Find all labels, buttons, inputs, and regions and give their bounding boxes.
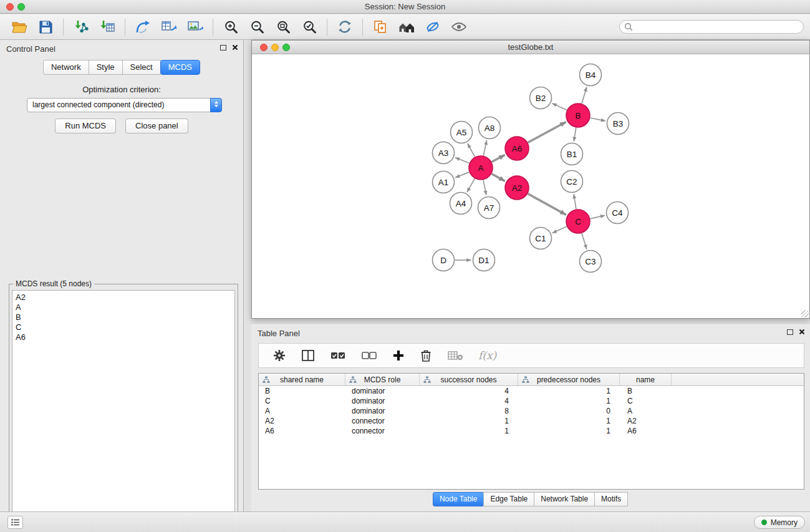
graph-edge-C-C2[interactable] — [574, 194, 576, 209]
cell-shared-name[interactable]: A6 — [259, 426, 345, 436]
cell-mcds-role[interactable]: dominator — [345, 396, 420, 406]
graph-node-A4[interactable]: A4 — [450, 193, 472, 215]
graph-node-C3[interactable]: C3 — [580, 251, 602, 273]
result-item[interactable]: A — [16, 302, 231, 312]
zoom-out-button[interactable] — [244, 16, 270, 37]
show-hide-panel-button[interactable] — [446, 16, 472, 37]
result-item[interactable]: A6 — [16, 332, 231, 342]
close-window-button[interactable] — [6, 3, 14, 11]
graph-node-B1[interactable]: B1 — [561, 143, 583, 165]
select-all-columns-button[interactable] — [330, 350, 346, 361]
cell-mcds-role[interactable]: connector — [345, 416, 420, 426]
cell-predecessor-nodes[interactable]: 0 — [518, 406, 620, 416]
graph-node-A6[interactable]: A6 — [505, 137, 529, 160]
graph-node-D1[interactable]: D1 — [473, 249, 495, 271]
import-network-from-file-button[interactable] — [68, 16, 94, 37]
graph-edge-A2-C[interactable] — [528, 194, 566, 215]
graph-node-C4[interactable]: C4 — [607, 202, 629, 224]
table-row[interactable]: B dominator 4 1 B — [259, 386, 804, 396]
graphics-details-button[interactable] — [420, 16, 446, 37]
graph-edge-C-C4[interactable] — [591, 215, 605, 218]
cell-predecessor-nodes[interactable]: 1 — [518, 386, 620, 396]
graph-node-A[interactable]: A — [469, 156, 493, 180]
result-item[interactable]: A2 — [16, 293, 231, 302]
run-mcds-button[interactable]: Run MCDS — [55, 118, 116, 133]
unselect-all-columns-button[interactable] — [361, 350, 377, 361]
graph-edge-A-A2[interactable] — [492, 174, 505, 181]
table-row[interactable]: A dominator 8 0 A — [259, 406, 804, 416]
task-history-button[interactable] — [7, 516, 23, 529]
graph-node-B2[interactable]: B2 — [530, 87, 552, 109]
create-column-button[interactable] — [392, 349, 405, 362]
table-row[interactable]: A6 connector 1 1 A6 — [259, 426, 804, 436]
save-session-button[interactable] — [32, 16, 59, 37]
graph-edge-A-A5[interactable] — [468, 143, 475, 157]
graph-node-C[interactable]: C — [566, 210, 590, 233]
column-header-successor-nodes[interactable]: successor nodes — [420, 374, 518, 385]
import-table-from-file-button[interactable] — [94, 16, 120, 37]
table-row[interactable]: A2 connector 1 1 A2 — [259, 416, 804, 426]
zoom-selected-button[interactable] — [296, 16, 322, 37]
graph-edge-A-A7[interactable] — [483, 180, 486, 195]
column-header-shared-name[interactable]: shared name — [259, 374, 345, 385]
tab-edge-table[interactable]: Edge Table — [483, 492, 534, 506]
cell-shared-name[interactable]: B — [259, 386, 345, 396]
graph-edge-A-A4[interactable] — [467, 178, 475, 192]
graph-node-A8[interactable]: A8 — [479, 117, 501, 139]
minimize-network-window-button[interactable] — [271, 44, 279, 51]
duplicate-network-button[interactable] — [367, 16, 393, 37]
graph-node-A7[interactable]: A7 — [478, 197, 500, 219]
graph-node-B[interactable]: B — [566, 104, 590, 127]
cell-name[interactable]: A6 — [620, 426, 672, 436]
graph-edge-A-A3[interactable] — [455, 158, 469, 163]
table-settings-button[interactable] — [272, 349, 286, 362]
graph-node-D[interactable]: D — [433, 249, 455, 271]
new-network-button[interactable] — [130, 16, 156, 37]
apply-preferred-layout-button[interactable] — [332, 16, 358, 37]
delete-column-button[interactable] — [420, 349, 432, 362]
graph-edge-A-A8[interactable] — [483, 140, 486, 155]
graph-edge-A-A6[interactable] — [492, 155, 505, 162]
close-panel-button[interactable]: Close panel — [125, 118, 188, 133]
tab-select[interactable]: Select — [122, 60, 161, 75]
cell-name[interactable]: A — [620, 406, 672, 416]
cell-mcds-role[interactable]: connector — [345, 426, 420, 436]
graph-node-A2[interactable]: A2 — [505, 176, 529, 200]
cell-predecessor-nodes[interactable]: 1 — [518, 396, 620, 406]
cell-name[interactable]: B — [620, 386, 672, 396]
result-item[interactable]: B — [16, 312, 231, 322]
cell-predecessor-nodes[interactable]: 1 — [518, 426, 620, 436]
graph-edge-C-C1[interactable] — [552, 226, 567, 233]
graph-node-B3[interactable]: B3 — [607, 113, 629, 135]
window-resize-grip[interactable] — [801, 310, 809, 317]
cell-predecessor-nodes[interactable]: 1 — [518, 416, 620, 426]
cell-successor-nodes[interactable]: 4 — [420, 386, 518, 396]
cell-shared-name[interactable]: A — [259, 406, 345, 416]
result-item[interactable]: C — [16, 322, 231, 332]
close-panel-icon[interactable] — [799, 329, 805, 335]
graph-edge-C-C3[interactable] — [582, 233, 587, 249]
table-row[interactable]: C dominator 4 1 C — [259, 396, 804, 406]
network-window-titlebar[interactable]: testGlobe.txt — [252, 41, 809, 54]
delete-table-button[interactable] — [447, 350, 463, 361]
memory-button[interactable]: Memory — [754, 516, 805, 529]
column-header-name[interactable]: name — [620, 374, 672, 385]
network-canvas[interactable]: B4B2BB3A5A8A6B1A3AC2A1A2A4A7C4CC1C3DD1 — [252, 54, 809, 318]
graph-edge-A6-B[interactable] — [528, 122, 566, 142]
show-columns-button[interactable] — [301, 349, 315, 362]
graph-edge-A-A1[interactable] — [455, 172, 469, 178]
cell-successor-nodes[interactable]: 1 — [420, 426, 518, 436]
column-header-mcds-role[interactable]: MCDS role — [345, 374, 420, 385]
tab-network-table[interactable]: Network Table — [534, 492, 595, 506]
cell-name[interactable]: C — [620, 396, 672, 406]
float-panel-icon[interactable] — [220, 45, 226, 51]
close-panel-icon[interactable] — [232, 44, 238, 51]
graph-node-A1[interactable]: A1 — [433, 172, 455, 193]
new-network-from-table-button[interactable] — [156, 16, 182, 37]
graph-edge-B-B2[interactable] — [552, 104, 567, 110]
tab-network[interactable]: Network — [43, 60, 89, 75]
zoom-fit-button[interactable] — [270, 16, 296, 37]
cell-successor-nodes[interactable]: 8 — [420, 406, 518, 416]
graph-node-A3[interactable]: A3 — [433, 142, 455, 164]
cell-successor-nodes[interactable]: 1 — [420, 416, 518, 426]
